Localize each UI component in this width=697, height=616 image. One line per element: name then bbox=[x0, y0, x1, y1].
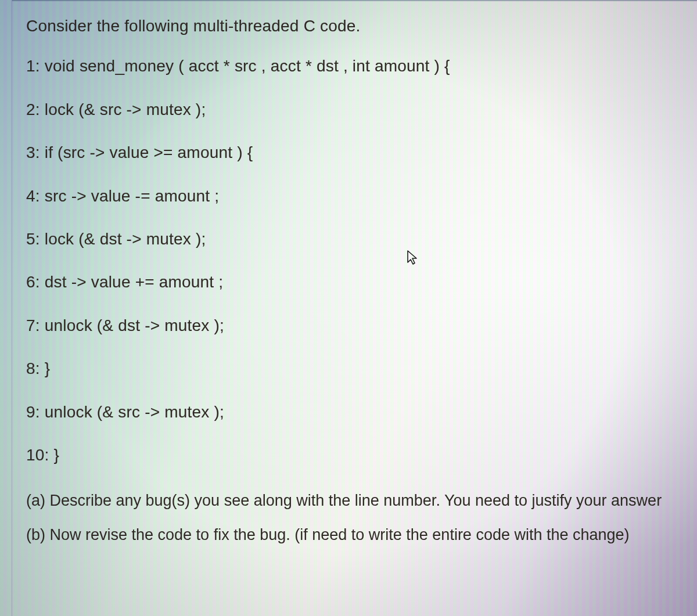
code-line-4: 4: src -> value -= amount ; bbox=[26, 188, 671, 204]
question-b: (b) Now revise the code to fix the bug. … bbox=[26, 524, 671, 546]
cursor-icon bbox=[407, 250, 418, 266]
code-line-8: 8: } bbox=[26, 360, 671, 377]
question-a: (a) Describe any bug(s) you see along wi… bbox=[26, 489, 671, 512]
code-line-7: 7: unlock (& dst -> mutex ); bbox=[26, 317, 671, 334]
code-line-10: 10: } bbox=[26, 446, 671, 463]
code-line-2: 2: lock (& src -> mutex ); bbox=[26, 101, 671, 118]
code-line-3: 3: if (src -> value >= amount ) { bbox=[26, 144, 671, 161]
code-line-6: 6: dst -> value += amount ; bbox=[26, 273, 671, 290]
code-line-9: 9: unlock (& src -> mutex ); bbox=[26, 404, 671, 420]
code-line-1: 1: void send_money ( acct * src , acct *… bbox=[26, 57, 671, 74]
intro-text: Consider the following multi-threaded C … bbox=[26, 17, 671, 34]
code-line-5: 5: lock (& dst -> mutex ); bbox=[26, 230, 671, 247]
